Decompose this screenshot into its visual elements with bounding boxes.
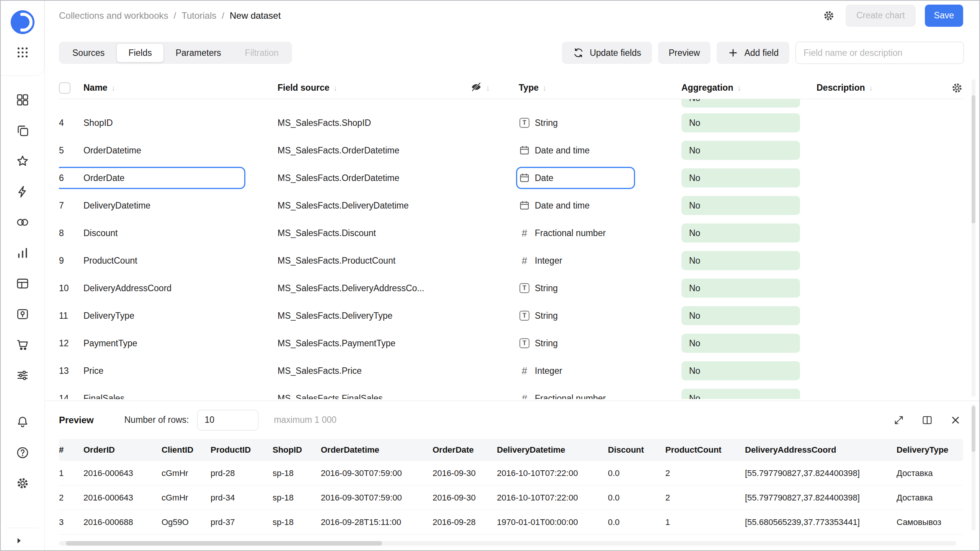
split-view-button[interactable] bbox=[920, 412, 935, 428]
nav-favorites-icon[interactable] bbox=[16, 155, 29, 169]
field-type[interactable]: # Integer bbox=[519, 365, 681, 377]
field-type[interactable]: # Fractional number bbox=[519, 393, 681, 399]
preview-row[interactable]: 12016-000643cGmHrprd-28sp-182016-09-30T0… bbox=[59, 461, 963, 486]
settings-gear-icon[interactable] bbox=[16, 477, 29, 491]
field-aggregation[interactable]: No bbox=[681, 168, 817, 187]
tab-fields[interactable]: Fields bbox=[116, 43, 163, 62]
field-source[interactable]: MS_SalesFacts.DeliveryDatetime bbox=[278, 201, 470, 211]
apps-grid-icon[interactable] bbox=[16, 46, 29, 59]
DeliveryType[interactable]: 11 DeliveryType MS_SalesFacts.DeliveryTy… bbox=[59, 302, 963, 329]
datalens-logo[interactable] bbox=[9, 8, 36, 36]
preview-horizontal-scrollbar[interactable] bbox=[59, 541, 956, 546]
select-all-checkbox[interactable] bbox=[59, 82, 70, 94]
field-aggregation[interactable]: No bbox=[681, 361, 817, 380]
scrollbar-thumb[interactable] bbox=[972, 406, 975, 452]
preview-column-header[interactable]: OrderDatetime bbox=[321, 445, 433, 455]
field-source[interactable]: MS_SalesFacts.FinalSales bbox=[278, 393, 470, 399]
field-name[interactable]: OrderDate bbox=[83, 173, 278, 183]
field-source[interactable]: MS_SalesFacts.Price bbox=[278, 366, 470, 376]
rows-count-input[interactable] bbox=[197, 410, 258, 430]
aggregation-pill[interactable]: No bbox=[681, 223, 800, 243]
field-type[interactable]: T String bbox=[519, 283, 681, 293]
field-source[interactable]: MS_SalesFacts.ShopID bbox=[278, 118, 470, 128]
preview-button[interactable]: Preview bbox=[658, 42, 711, 64]
fields-vertical-scrollbar[interactable] bbox=[972, 79, 975, 397]
field-type[interactable]: T String bbox=[519, 118, 681, 128]
column-header-description[interactable]: Description ↓ bbox=[817, 83, 923, 93]
Discount[interactable]: 8 Discount MS_SalesFacts.Discount # Frac… bbox=[59, 219, 963, 247]
column-header-hidden[interactable]: ↓ bbox=[470, 81, 519, 95]
sort-arrow-icon[interactable]: ↓ bbox=[869, 83, 873, 93]
breadcrumb-item[interactable]: / Tutorials bbox=[168, 10, 216, 21]
OrderDate[interactable]: 6 OrderDate MS_SalesFacts.OrderDatetime … bbox=[59, 164, 963, 192]
FinalSales[interactable]: 14 FinalSales MS_SalesFacts.FinalSales #… bbox=[59, 385, 963, 399]
nav-service-settings-icon[interactable] bbox=[16, 369, 29, 383]
field-type[interactable]: Date and time bbox=[519, 145, 681, 156]
table-settings-gear-icon[interactable] bbox=[951, 82, 963, 94]
scrollbar-thumb[interactable] bbox=[66, 541, 382, 546]
field-name[interactable]: DeliveryAddressCoord bbox=[83, 283, 278, 293]
help-icon[interactable] bbox=[16, 447, 29, 460]
field-name[interactable]: DeliveryType bbox=[83, 311, 278, 321]
field-source[interactable]: MS_SalesFacts.PaymentType bbox=[278, 338, 470, 349]
field-aggregation[interactable]: No bbox=[681, 306, 817, 325]
field-aggregation[interactable]: No bbox=[681, 389, 817, 399]
field-name[interactable]: OrderDatetime bbox=[83, 145, 278, 156]
aggregation-pill[interactable]: No bbox=[681, 361, 800, 380]
preview-column-header[interactable]: DeliveryAddressCoord bbox=[745, 445, 897, 455]
field-source[interactable]: MS_SalesFacts.ProductCount bbox=[278, 256, 470, 266]
field-source[interactable]: MS_SalesFacts.DeliveryType bbox=[278, 311, 470, 321]
field-type[interactable]: Date and time bbox=[519, 200, 681, 211]
DeliveryAddressCoord[interactable]: 10 DeliveryAddressCoord MS_SalesFacts.De… bbox=[59, 274, 963, 302]
close-preview-button[interactable] bbox=[948, 412, 963, 428]
header-gear-button[interactable] bbox=[821, 8, 836, 23]
preview-column-header[interactable]: OrderID bbox=[83, 445, 162, 455]
aggregation-pill[interactable]: No bbox=[681, 279, 800, 298]
notifications-bell-icon[interactable] bbox=[16, 416, 29, 430]
preview-column-header[interactable]: ShopID bbox=[273, 445, 321, 455]
field-aggregation[interactable]: No bbox=[681, 196, 817, 215]
preview-row[interactable]: 32016-000688Og59Oprd-37sp-182016-09-28T1… bbox=[59, 510, 963, 535]
preview-column-header[interactable]: Discount bbox=[608, 445, 665, 455]
ShopID[interactable]: 4 ShopID MS_SalesFacts.ShopID T String N… bbox=[59, 109, 963, 137]
field-aggregation[interactable]: No bbox=[681, 141, 817, 160]
ProductCount[interactable]: 9 ProductCount MS_SalesFacts.ProductCoun… bbox=[59, 247, 963, 274]
tab-parameters[interactable]: Parameters bbox=[164, 43, 233, 62]
field-name[interactable]: ShopID bbox=[83, 118, 278, 128]
aggregation-pill[interactable]: No bbox=[681, 113, 800, 132]
preview-column-header[interactable]: ProductID bbox=[211, 445, 273, 455]
aggregation-pill[interactable]: No bbox=[681, 251, 800, 270]
update-fields-button[interactable]: Update fields bbox=[562, 42, 652, 64]
DeliveryDatetime[interactable]: 7 DeliveryDatetime MS_SalesFacts.Deliver… bbox=[59, 192, 963, 219]
field-aggregation[interactable]: No bbox=[681, 113, 817, 132]
field-source[interactable]: MS_SalesFacts.OrderDatetime bbox=[278, 145, 470, 156]
sort-arrow-icon[interactable]: ↓ bbox=[333, 83, 337, 93]
field-search-input[interactable] bbox=[795, 42, 964, 64]
column-header-type[interactable]: Type ↓ bbox=[519, 83, 681, 93]
preview-column-header[interactable]: # bbox=[59, 445, 83, 455]
preview-column-header[interactable]: ProductCount bbox=[665, 445, 745, 455]
nav-connections-icon[interactable] bbox=[16, 216, 29, 230]
nav-widgets-icon[interactable] bbox=[16, 94, 29, 108]
field-type[interactable]: T String bbox=[519, 338, 681, 349]
aggregation-pill[interactable]: No bbox=[681, 168, 800, 187]
PaymentType[interactable]: 12 PaymentType MS_SalesFacts.PaymentType… bbox=[59, 329, 963, 357]
field-name[interactable]: ProductCount bbox=[83, 256, 278, 266]
aggregation-pill[interactable]: No bbox=[681, 334, 800, 353]
field-aggregation[interactable]: No bbox=[681, 251, 817, 270]
field-name[interactable]: PaymentType bbox=[83, 338, 278, 349]
Price[interactable]: 13 Price MS_SalesFacts.Price # Integer N… bbox=[59, 357, 963, 385]
field-type[interactable]: # Integer bbox=[519, 255, 681, 267]
field-source[interactable]: MS_SalesFacts.OrderDatetime bbox=[278, 173, 470, 183]
sort-arrow-icon[interactable]: ↓ bbox=[486, 83, 490, 93]
aggregation-pill[interactable]: No bbox=[681, 141, 800, 160]
field-name[interactable]: Discount bbox=[83, 228, 278, 238]
field-name[interactable]: Price bbox=[83, 366, 278, 376]
aggregation-pill[interactable]: No bbox=[681, 389, 800, 399]
field-aggregation[interactable]: No bbox=[681, 223, 817, 243]
aggregation-pill[interactable]: No bbox=[681, 306, 800, 325]
field-aggregation[interactable]: No bbox=[681, 279, 817, 298]
nav-datasets-icon[interactable] bbox=[16, 277, 29, 291]
field-aggregation[interactable]: No bbox=[681, 334, 817, 353]
sort-arrow-icon[interactable]: ↓ bbox=[737, 83, 741, 93]
